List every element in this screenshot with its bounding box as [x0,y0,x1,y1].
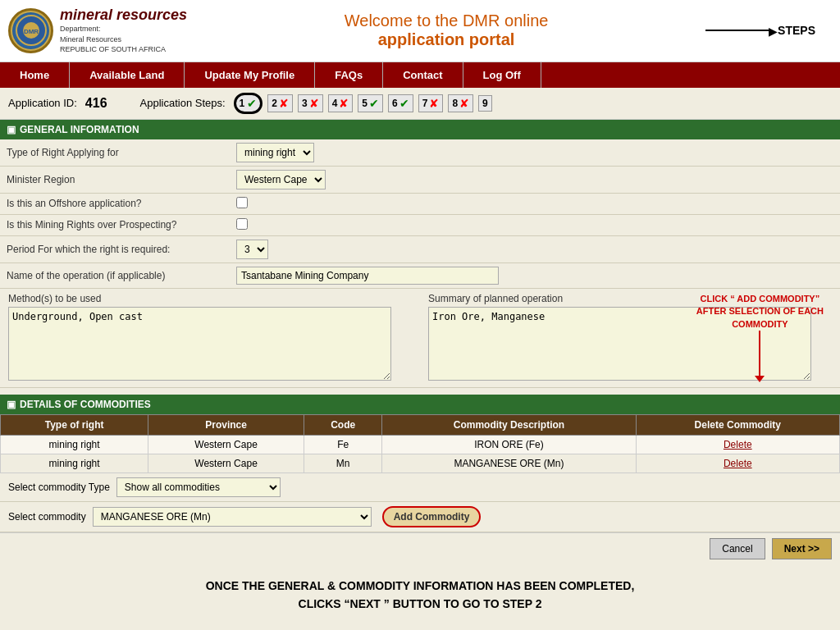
col-type: Type of right [1,414,148,435]
nav-contact[interactable]: Contact [383,62,463,88]
step-7[interactable]: 7 ✘ [418,94,444,112]
type-of-right-select[interactable]: mining right [236,143,314,162]
navbar: Home Available Land Update My Profile FA… [0,62,840,88]
add-commodity-button[interactable]: Add Commodity [382,506,482,527]
cancel-button[interactable]: Cancel [710,538,765,559]
row1-description: IRON ORE (Fe) [382,435,636,454]
period-label: Period For which the right is required: [0,235,230,262]
nav-update-profile[interactable]: Update My Profile [185,62,315,88]
commodities-toggle-icon[interactable]: ▣ [7,399,16,410]
commodity-row-2: mining right Western Cape Mn MANGANESE O… [1,454,840,472]
col-province: Province [148,414,304,435]
steps-annotation-label: STEPS [778,24,815,37]
mining-rights-row: Is this Mining Rights over Prospecting? [0,214,840,235]
logo-title: mineral resources [60,7,187,24]
svg-text:DMR: DMR [23,28,38,35]
row1-delete-link[interactable]: Delete [724,439,752,450]
minister-region-label: Minister Region [0,166,230,193]
next-button[interactable]: Next >> [772,538,832,559]
section-title: GENERAL INFORMATION [20,124,139,135]
footer-line1: ONCE THE GENERAL & COMMODITY INFORMATION… [8,577,832,595]
row1-province: Western Cape [148,435,304,454]
row2-type: mining right [1,454,148,472]
general-info-header: ▣ GENERAL INFORMATION [0,120,840,139]
nav-available-land[interactable]: Available Land [70,62,185,88]
welcome-text: Welcome to the DMR online application po… [187,11,705,49]
row2-delete-link[interactable]: Delete [724,458,752,469]
operation-row: Name of the operation (if applicable) [0,262,840,288]
mining-rights-checkbox[interactable] [236,218,248,230]
bottom-buttons: Cancel Next >> [0,532,840,564]
row2-province: Western Cape [148,454,304,472]
commodities-header: ▣ DETAILS OF COMMODITIES [0,395,840,414]
app-id-label: Application ID: [8,97,77,109]
type-of-right-label: Type of Right Applying for [0,139,230,167]
row2-description: MANGANESE ORE (Mn) [382,454,636,472]
step-1-num: 1 [240,98,245,109]
step-9[interactable]: 9 [478,95,492,112]
select-comm-type-label: Select commodity Type [8,482,110,493]
general-info-form: Type of Right Applying for mining right … [0,139,840,289]
step-2[interactable]: 2 ✘ [267,94,293,112]
select-comm-type-select[interactable]: Show all commodities [116,477,281,497]
commodities-title: DETAILS OF COMMODITIES [20,399,151,410]
step-4[interactable]: 4 ✘ [328,94,354,112]
offshore-checkbox[interactable] [236,197,248,208]
app-id-row: Application ID: 416 Application Steps: 1… [0,88,840,120]
nav-faqs[interactable]: FAQs [315,62,383,88]
step-6[interactable]: 6 ✔ [388,94,413,112]
footer-note: ONCE THE GENERAL & COMMODITY INFORMATION… [0,564,840,626]
row1-code: Fe [304,435,381,454]
offshore-row: Is this an Offshore application? [0,193,840,214]
offshore-label: Is this an Offshore application? [0,193,230,214]
step-1-check: ✔ [247,97,257,110]
annotation-text: CLICK “ ADD COMMODITY” AFTER SELECTION O… [696,293,824,331]
footer-line2: CLICKS “NEXT ” BUTTON TO GO TO STEP 2 [8,595,832,613]
step-5[interactable]: 5 ✔ [358,94,383,112]
col-description: Commodity Description [382,414,636,435]
row1-type: mining right [1,435,148,454]
methods-textarea[interactable] [8,307,391,381]
row2-code: Mn [304,454,381,472]
methods-label: Method(s) to be used [8,293,412,304]
commodities-table: Type of right Province Code Commodity De… [0,414,840,473]
step-3[interactable]: 3 ✘ [298,94,323,112]
logo-emblem: DMR [8,8,53,53]
steps-container: 1 ✔ 2 ✘ 3 ✘ 4 ✘ 5 ✔ 6 ✔ 7 ✘ 8 ✘ [234,93,492,114]
nav-logoff[interactable]: Log Off [463,62,541,88]
select-comm-select[interactable]: MANGANESE ORE (Mn) [93,507,372,527]
step-8[interactable]: 8 ✘ [448,94,473,112]
operation-input[interactable] [236,267,499,285]
step-1[interactable]: 1 ✔ [234,93,263,114]
commodity-row-1: mining right Western Cape Fe IRON ORE (F… [1,435,840,454]
steps-label: Application Steps: [140,97,226,109]
minister-region-select[interactable]: Western Cape [236,170,326,189]
nav-home[interactable]: Home [0,62,70,88]
section-toggle-icon[interactable]: ▣ [7,124,16,135]
operation-label: Name of the operation (if applicable) [0,262,230,288]
dept-info: Department: Mineral Resources REPUBLIC O… [60,24,187,55]
mining-rights-label: Is this Mining Rights over Prospecting? [0,214,230,235]
minister-region-row: Minister Region Western Cape [0,166,840,193]
period-row: Period For which the right is required: … [0,235,840,262]
col-code: Code [304,414,381,435]
period-select[interactable]: 3 [236,240,268,259]
select-comm-type-row: Select commodity Type Show all commoditi… [0,473,840,502]
select-comm-label: Select commodity [8,511,86,523]
app-id-value: 416 [85,96,107,111]
col-delete: Delete Commodity [636,414,839,435]
select-comm-row: Select commodity MANGANESE ORE (Mn) Add … [0,502,840,532]
commodities-section: ▣ DETAILS OF COMMODITIES Type of right P… [0,395,840,564]
type-of-right-row: Type of Right Applying for mining right [0,139,840,167]
